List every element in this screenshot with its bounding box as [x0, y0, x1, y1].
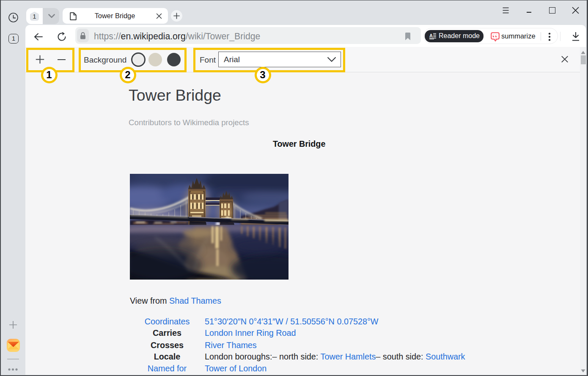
svg-text:A: A [429, 33, 433, 38]
svg-text:1: 1 [33, 13, 36, 20]
